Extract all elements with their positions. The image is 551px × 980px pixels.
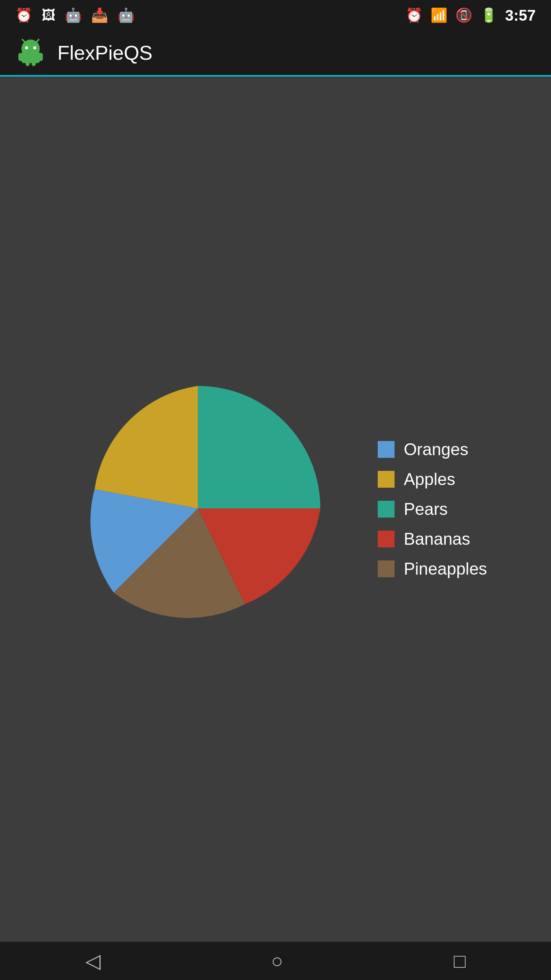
recent-button[interactable]: □ xyxy=(454,949,466,972)
app-bar: FlexPieQS xyxy=(0,31,551,77)
pie-chart xyxy=(64,374,332,644)
svg-rect-6 xyxy=(18,53,23,61)
legend-item-pears: Pears xyxy=(378,500,487,519)
bananas-label: Bananas xyxy=(404,529,470,549)
pears-slice[interactable] xyxy=(198,386,320,508)
apples-label: Apples xyxy=(404,470,455,489)
status-bar-left-icons: ⏰ 🖼 🤖 📥 🤖 xyxy=(15,7,135,23)
nav-bar: ◁ ○ □ xyxy=(0,942,551,980)
download-icon: 📥 xyxy=(91,7,108,23)
alarm-right-icon: ⏰ xyxy=(406,7,423,23)
bananas-color-swatch xyxy=(378,531,395,547)
android-icon-status2: 🤖 xyxy=(117,7,135,23)
svg-rect-8 xyxy=(26,60,30,66)
svg-rect-7 xyxy=(39,53,43,61)
chart-container: Oranges Apples Pears Bananas Pineapples xyxy=(64,374,487,644)
wifi-icon: 📶 xyxy=(430,7,448,23)
back-button[interactable]: ◁ xyxy=(85,949,101,972)
chart-legend: Oranges Apples Pears Bananas Pineapples xyxy=(378,440,487,578)
app-android-icon xyxy=(15,38,46,68)
pie-chart-svg xyxy=(64,374,332,642)
home-button[interactable]: ○ xyxy=(271,949,283,972)
svg-line-4 xyxy=(23,39,26,42)
time-display: 3:57 xyxy=(505,7,536,24)
legend-item-pineapples: Pineapples xyxy=(378,559,487,578)
svg-rect-1 xyxy=(21,52,40,63)
svg-point-2 xyxy=(25,46,28,49)
apples-color-swatch xyxy=(378,471,395,488)
pears-label: Pears xyxy=(404,500,448,519)
pineapples-color-swatch xyxy=(378,560,395,577)
svg-point-3 xyxy=(33,46,36,49)
oranges-label: Oranges xyxy=(404,440,468,459)
svg-line-5 xyxy=(36,39,39,42)
battery-icon: 🔋 xyxy=(480,7,497,23)
pears-color-swatch xyxy=(378,501,395,518)
legend-item-apples: Apples xyxy=(378,470,487,489)
status-bar: ⏰ 🖼 🤖 📥 🤖 ⏰ 📶 📵 🔋 3:57 xyxy=(0,0,551,31)
image-icon: 🖼 xyxy=(42,7,55,23)
status-bar-right-icons: ⏰ 📶 📵 🔋 3:57 xyxy=(406,7,536,24)
apples-slice[interactable] xyxy=(95,386,198,508)
signal-icon: 📵 xyxy=(455,7,473,23)
main-content: Oranges Apples Pears Bananas Pineapples xyxy=(0,77,551,942)
android-icon-status: 🤖 xyxy=(65,7,82,23)
pineapples-label: Pineapples xyxy=(404,559,487,578)
legend-item-bananas: Bananas xyxy=(378,529,487,549)
svg-rect-9 xyxy=(32,60,36,66)
legend-item-oranges: Oranges xyxy=(378,440,487,459)
app-title: FlexPieQS xyxy=(57,41,153,64)
oranges-color-swatch xyxy=(378,441,395,458)
alarm-icon: ⏰ xyxy=(15,7,33,23)
